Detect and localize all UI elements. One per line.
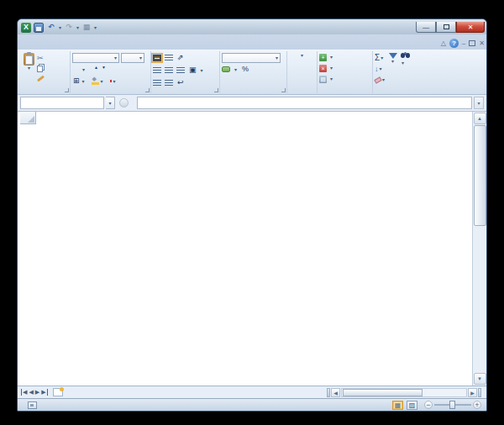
scroll-up-icon[interactable]: [474, 113, 486, 124]
delete-cells-button[interactable]: ×: [319, 63, 333, 73]
paste-button[interactable]: [21, 52, 37, 71]
quick-print-icon[interactable]: [81, 23, 92, 33]
vertical-scrollbar[interactable]: [472, 112, 486, 386]
vertical-scroll-thumb[interactable]: [474, 125, 486, 226]
zoom-thumb[interactable]: [449, 401, 455, 409]
styles-button[interactable]: [298, 52, 306, 59]
increase-indent-icon[interactable]: [165, 80, 173, 87]
insert-cells-button[interactable]: +: [319, 52, 333, 62]
last-sheet-icon[interactable]: [41, 389, 47, 396]
normal-view-icon[interactable]: [392, 401, 403, 410]
font-color-button[interactable]: [110, 81, 112, 82]
workbook-close-icon[interactable]: [479, 40, 485, 47]
delete-icon: ×: [319, 65, 327, 72]
horizontal-scroll-track[interactable]: [341, 388, 467, 397]
alignment-dialog-launcher-icon[interactable]: [214, 88, 218, 92]
format-cells-button[interactable]: [319, 74, 333, 84]
fill-color-dropdown-icon[interactable]: [101, 79, 103, 84]
select-all-corner[interactable]: [20, 112, 36, 124]
status-bar: − +: [18, 398, 486, 411]
number-group-label: [222, 87, 285, 95]
wrap-text-icon[interactable]: [176, 79, 185, 87]
worksheet-area: [18, 112, 486, 386]
collapse-ribbon-icon[interactable]: [441, 40, 446, 47]
save-icon[interactable]: [34, 23, 44, 33]
fill-button[interactable]: [375, 64, 385, 74]
prev-sheet-icon[interactable]: [29, 389, 33, 396]
workbook-restore-icon[interactable]: [469, 40, 475, 46]
workbook-minimize-icon[interactable]: [462, 40, 465, 47]
number-group: [219, 51, 286, 93]
zoom-track[interactable]: [434, 404, 471, 406]
cut-icon[interactable]: [37, 54, 45, 63]
excel-logo-icon[interactable]: X: [21, 23, 31, 33]
font-dialog-launcher-icon[interactable]: [145, 88, 150, 92]
sheet-tab-bar: [18, 386, 486, 398]
page-break-view-icon[interactable]: [407, 401, 417, 410]
copy-icon[interactable]: [37, 64, 45, 73]
accounting-format-icon[interactable]: [222, 66, 230, 72]
sort-filter-button[interactable]: [386, 52, 399, 65]
align-middle-icon[interactable]: [165, 55, 173, 61]
first-sheet-icon[interactable]: [21, 389, 27, 396]
fill-color-button[interactable]: [92, 77, 99, 85]
format-painter-icon[interactable]: [37, 74, 45, 83]
window-controls: —: [416, 22, 485, 33]
grow-font-button[interactable]: ▲: [93, 66, 99, 74]
find-select-button[interactable]: [399, 52, 407, 66]
close-button[interactable]: [456, 22, 485, 33]
merge-center-icon[interactable]: [188, 66, 197, 74]
autosum-button[interactable]: [375, 53, 385, 63]
horizontal-scroll-thumb[interactable]: [343, 389, 423, 396]
maximize-button[interactable]: [436, 22, 456, 33]
paste-dropdown-icon[interactable]: [28, 66, 30, 71]
font-family-select[interactable]: [72, 53, 119, 63]
undo-icon[interactable]: ↶: [46, 23, 56, 33]
shrink-font-button[interactable]: ▼: [101, 66, 107, 74]
customize-qat-icon[interactable]: [94, 24, 97, 30]
percent-style-icon[interactable]: [241, 66, 249, 73]
redo-icon[interactable]: ↷: [64, 23, 74, 33]
scroll-right-icon[interactable]: [468, 388, 477, 397]
underline-dropdown-icon[interactable]: [82, 67, 85, 72]
redo-dropdown-icon[interactable]: [76, 24, 79, 30]
align-center-icon[interactable]: [165, 67, 173, 74]
align-left-icon[interactable]: [153, 67, 161, 74]
zoom-out-icon[interactable]: −: [424, 401, 433, 409]
font-size-select[interactable]: [121, 53, 144, 63]
clipboard-dialog-launcher-icon[interactable]: [65, 88, 69, 92]
borders-dropdown-icon[interactable]: [82, 79, 85, 84]
clear-button[interactable]: [375, 75, 385, 85]
expand-formula-bar-icon[interactable]: [474, 97, 484, 109]
zoom-in-icon[interactable]: +: [473, 401, 481, 409]
borders-button[interactable]: [72, 77, 81, 85]
ribbon: ▲ ▼: [18, 50, 486, 95]
accounting-dropdown-icon[interactable]: [234, 67, 237, 72]
decrease-indent-icon[interactable]: [153, 80, 161, 87]
number-format-select[interactable]: [222, 53, 281, 63]
name-box-dropdown-icon[interactable]: [106, 97, 115, 109]
next-sheet-icon[interactable]: [35, 389, 39, 396]
filter-funnel-icon: [389, 53, 397, 59]
scroll-down-icon[interactable]: [474, 373, 486, 385]
number-dialog-launcher-icon[interactable]: [281, 88, 286, 92]
font-color-dropdown-icon[interactable]: [113, 79, 116, 84]
macro-record-icon[interactable]: [28, 401, 37, 409]
quick-access-toolbar: X ↶ ↷: [21, 23, 97, 33]
insert-worksheet-icon[interactable]: [53, 388, 63, 396]
help-icon[interactable]: ?: [449, 39, 459, 48]
sheet-nav-buttons: [18, 386, 51, 398]
merge-dropdown-icon[interactable]: [201, 68, 203, 73]
editing-group-label: [375, 85, 483, 93]
undo-dropdown-icon[interactable]: [59, 24, 61, 30]
name-box[interactable]: [20, 97, 104, 109]
alignment-group: [150, 51, 219, 93]
minimize-button[interactable]: —: [416, 22, 436, 33]
align-bottom-icon[interactable]: [153, 55, 161, 61]
formula-input[interactable]: [137, 97, 472, 109]
orientation-icon[interactable]: [176, 54, 185, 61]
window-split-handle[interactable]: [478, 388, 481, 397]
align-right-icon[interactable]: [176, 67, 185, 74]
tab-split-handle[interactable]: [327, 388, 330, 397]
scroll-left-icon[interactable]: [331, 388, 340, 397]
